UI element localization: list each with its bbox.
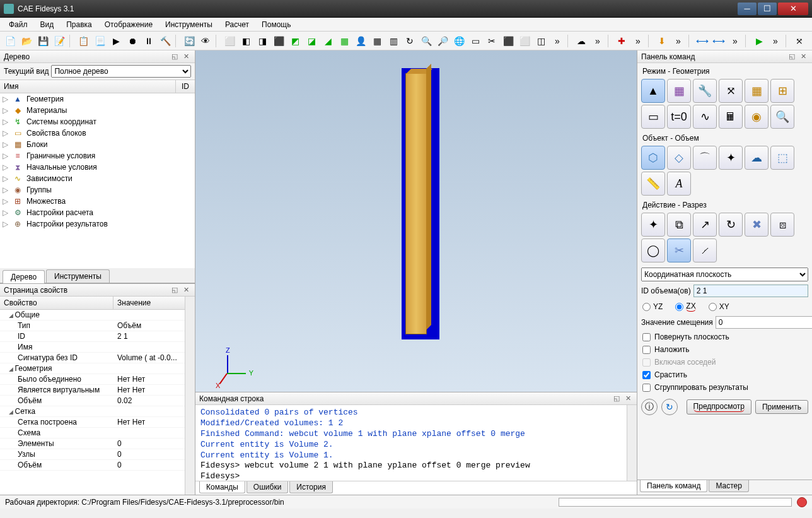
prop-row[interactable]: Сетка построенаНет Нет <box>0 417 185 428</box>
menu-help[interactable]: Помощь <box>257 19 296 30</box>
tri-icon[interactable]: ◢ <box>320 33 335 49</box>
mode-dep-icon[interactable]: ∿ <box>693 105 717 129</box>
record-icon[interactable]: ⏺ <box>125 33 140 49</box>
dim2-icon[interactable]: ⟷ <box>711 33 726 49</box>
tree-item[interactable]: ▷◆Материалы <box>0 105 195 116</box>
act-move-icon[interactable]: ↗ <box>693 213 717 237</box>
mode-blocks-icon[interactable]: ▦ <box>745 79 768 103</box>
chk-group[interactable]: Сгруппировать результаты <box>641 381 808 394</box>
mode-calc-icon[interactable]: 🖩 <box>719 105 743 129</box>
commandline-output[interactable]: Consolidated 0 pairs of verticesModified… <box>195 405 627 481</box>
new-icon[interactable]: 📄 <box>3 33 18 49</box>
refresh-icon[interactable]: ↻ <box>402 33 417 49</box>
tree-col-name[interactable]: Имя <box>0 80 176 93</box>
close3-icon[interactable]: ✕ <box>623 394 633 403</box>
rtab-wizard[interactable]: Мастер <box>709 480 749 492</box>
mode-res-icon[interactable]: ◉ <box>745 105 768 129</box>
cube3-icon[interactable]: ◨ <box>255 33 270 49</box>
dim1-icon[interactable]: ⟷ <box>695 33 710 49</box>
tree-item[interactable]: ▷⚙Настройки расчета <box>0 207 195 218</box>
stop-button[interactable] <box>797 497 807 507</box>
more7-icon[interactable]: » <box>808 33 812 49</box>
cube1-icon[interactable]: ⬜ <box>222 33 237 49</box>
zoomout-icon[interactable]: 🔎 <box>435 33 450 49</box>
obj-surface-icon[interactable]: ◇ <box>667 146 691 170</box>
close2-icon[interactable]: ✕ <box>181 286 191 295</box>
obj-measure-icon[interactable]: 📏 <box>641 172 665 196</box>
tree-item[interactable]: ▷⊞Множества <box>0 196 195 207</box>
mode-search-icon[interactable]: 🔍 <box>770 105 794 129</box>
obj-curve-icon[interactable]: ⌒ <box>693 146 717 170</box>
globe-icon[interactable]: 🌐 <box>451 33 467 49</box>
prop-row[interactable]: Элементы0 <box>0 439 185 449</box>
down-icon[interactable]: ⬇ <box>654 33 670 49</box>
more3-icon[interactable]: » <box>630 33 646 49</box>
props-body[interactable]: ОбщиеТипОбъёмID2 1ИмяСигнатура без IDVol… <box>0 310 185 495</box>
tree-item[interactable]: ▷∿Зависимости <box>0 173 195 184</box>
more1-icon[interactable]: » <box>550 33 565 49</box>
view-select[interactable]: Полное дерево <box>51 65 191 78</box>
journal-icon[interactable]: 📝 <box>52 33 67 49</box>
rotate-icon[interactable]: 🔄 <box>182 33 197 49</box>
prop-row[interactable]: Общие <box>0 310 185 321</box>
tree-item[interactable]: ▷⧗Начальные условия <box>0 162 195 173</box>
chk-merge[interactable]: Срастить <box>641 368 808 381</box>
mode-grid-icon[interactable]: ⊞ <box>770 79 794 103</box>
menu-file[interactable]: Файл <box>4 19 33 30</box>
close-button[interactable]: ✕ <box>778 3 808 15</box>
obj-vertex-icon[interactable]: ✦ <box>719 146 743 170</box>
minimize-button[interactable]: ─ <box>738 3 757 15</box>
tree-col-id[interactable]: ID <box>176 80 195 93</box>
persp-icon[interactable]: ▭ <box>468 33 483 49</box>
maximize-button[interactable]: ☐ <box>758 3 777 15</box>
act-rotate-icon[interactable]: ↻ <box>719 213 743 237</box>
preview-button[interactable]: Предпросмотр <box>687 399 751 415</box>
prop-row[interactable]: Схема <box>0 428 185 439</box>
radio-zx[interactable]: ZX <box>675 302 695 312</box>
more4-icon[interactable]: » <box>671 33 686 49</box>
cubeg-icon[interactable]: ⬛ <box>501 33 516 49</box>
cubes-icon[interactable]: ▦ <box>337 33 352 49</box>
cmd-tab-errors[interactable]: Ошибки <box>246 481 289 493</box>
cubeo-icon[interactable]: ⬜ <box>517 33 532 49</box>
act-delete-icon[interactable]: ✖ <box>745 213 768 237</box>
tree-item[interactable]: ▷◉Группы <box>0 184 195 196</box>
prop-row[interactable]: Объём0 <box>0 460 185 471</box>
undock4-icon[interactable]: ◱ <box>787 52 797 61</box>
mode-ic-icon[interactable]: t=0 <box>667 105 691 129</box>
obj-volume-icon[interactable]: ⬡ <box>641 146 665 170</box>
obj-group-icon[interactable]: ☁ <box>745 146 768 170</box>
reset-button[interactable]: ↻ <box>661 399 678 415</box>
offset-input[interactable] <box>716 316 812 329</box>
stop-icon[interactable]: ⏸ <box>141 33 156 49</box>
prop-row[interactable]: Сигнатура без IDVolume ( at -0.0... <box>0 353 185 363</box>
tab-tree[interactable]: Дерево <box>3 270 45 283</box>
tree-item[interactable]: ▷↯Системы координат <box>0 116 195 127</box>
grid2-icon[interactable]: ▥ <box>386 33 401 49</box>
run-icon[interactable]: ▶ <box>751 33 767 49</box>
prop-row[interactable]: Узлы0 <box>0 449 185 460</box>
props-col-prop[interactable]: Свойство <box>0 297 113 309</box>
cmd-tab-history[interactable]: История <box>289 481 333 493</box>
prop-row[interactable]: Сетка <box>0 406 185 417</box>
script2-icon[interactable]: 📃 <box>92 33 107 49</box>
mode-geometry-icon[interactable]: ▲ <box>641 79 665 103</box>
cubep-icon[interactable]: ◫ <box>533 33 548 49</box>
mode-bc-icon[interactable]: ▭ <box>641 105 665 129</box>
tree-item[interactable]: ▷≡Граничные условия <box>0 150 195 162</box>
menu-edit[interactable]: Правка <box>61 19 97 30</box>
prop-row[interactable]: Является виртуальнымНет Нет <box>0 385 185 396</box>
undock-icon[interactable]: ◱ <box>170 52 180 61</box>
tree-item[interactable]: ▷▭Свойства блоков <box>0 127 195 139</box>
prop-row[interactable]: Геометрия <box>0 363 185 374</box>
axis-icon[interactable]: ✚ <box>614 33 629 49</box>
tab-tools[interactable]: Инструменты <box>46 269 110 283</box>
chk-imprint[interactable]: Наложить <box>641 343 808 356</box>
save-icon[interactable]: 💾 <box>35 33 50 49</box>
obj-body-icon[interactable]: ⬚ <box>770 146 794 170</box>
obj-text-icon[interactable]: A <box>667 172 691 196</box>
more6-icon[interactable]: » <box>768 33 783 49</box>
menu-calc[interactable]: Расчет <box>220 19 254 30</box>
plane-select[interactable]: Координатная плоскость <box>641 268 808 281</box>
act-sphere-icon[interactable]: ◯ <box>641 238 665 262</box>
